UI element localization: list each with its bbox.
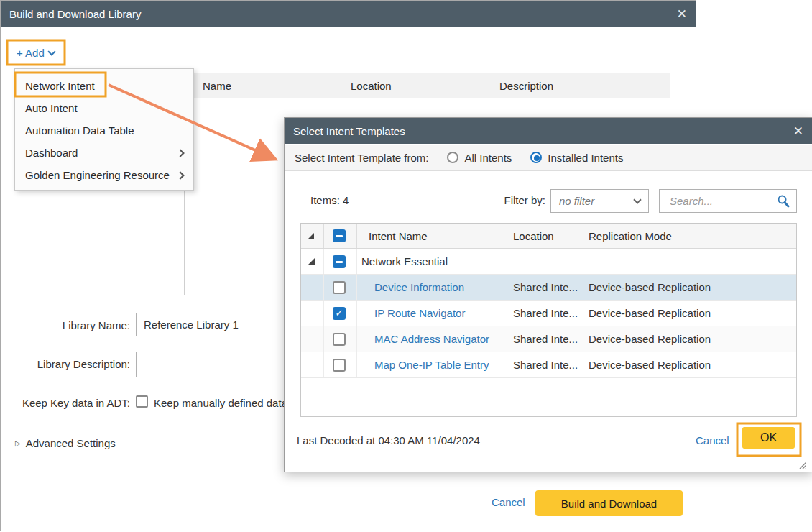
- screen: Build and Download Library ✕ + Add Name …: [0, 0, 812, 532]
- intent-table-header: Intent Name Location Replication Mode: [301, 224, 796, 249]
- column-header-location[interactable]: Location: [507, 224, 581, 248]
- column-header-intent-name[interactable]: Intent Name: [356, 224, 507, 248]
- row-replication-mode: Device-based Replication: [581, 352, 797, 377]
- row-checkbox[interactable]: [333, 333, 346, 346]
- expand-group-icon[interactable]: [308, 258, 315, 265]
- row-location: Shared Inte...: [507, 352, 581, 377]
- add-button[interactable]: + Add: [17, 47, 55, 59]
- table-row[interactable]: ✓ IP Route Navigator Shared Inte... Devi…: [301, 301, 796, 326]
- search-input[interactable]: [668, 194, 776, 208]
- radio-group-label: Select Intent Template from:: [295, 152, 428, 164]
- column-header-location[interactable]: Location: [343, 73, 492, 98]
- main-titlebar: Build and Download Library ✕: [1, 1, 696, 27]
- dialog-cancel-button[interactable]: Cancel: [696, 434, 729, 446]
- intent-link[interactable]: Device Information: [374, 281, 464, 293]
- radio-all-intents-label: All Intents: [464, 152, 512, 164]
- select-intent-templates-dialog: Select Intent Templates ✕ Select Intent …: [284, 117, 812, 472]
- library-name-label: Library Name:: [1, 319, 130, 331]
- select-all-checkbox[interactable]: [333, 229, 346, 242]
- expander-triangle-icon: ▷: [15, 439, 21, 447]
- intent-source-radio-group: Select Intent Template from: All Intents…: [285, 145, 812, 171]
- library-table-header: Name Location Description: [185, 73, 670, 98]
- group-name: Network Essential: [356, 249, 507, 274]
- column-header-replication-mode[interactable]: Replication Mode: [581, 224, 797, 248]
- radio-installed-intents[interactable]: [530, 152, 542, 163]
- intent-link[interactable]: MAC Address Navigator: [374, 333, 489, 345]
- radio-installed-intents-label: Installed Intents: [548, 152, 623, 164]
- row-checkbox[interactable]: [333, 281, 346, 294]
- row-replication-mode: Device-based Replication: [581, 275, 797, 300]
- keep-key-label: Keep Key data in ADT:: [1, 397, 130, 409]
- library-description-label: Library Description:: [1, 358, 130, 370]
- build-and-download-button[interactable]: Build and Download: [535, 490, 683, 516]
- row-location: Shared Inte...: [507, 301, 581, 326]
- search-icon[interactable]: [776, 194, 790, 208]
- last-decoded-status: Last Decoded at 04:30 AM 11/04/2024: [297, 434, 480, 446]
- add-dropdown-menu: Network Intent Auto Intent Automation Da…: [14, 68, 194, 191]
- menu-item-network-intent[interactable]: Network Intent: [15, 75, 193, 97]
- filter-select[interactable]: no filter: [550, 189, 649, 213]
- group-row-network-essential[interactable]: Network Essential: [301, 249, 796, 275]
- filter-selected-value: no filter: [559, 195, 635, 207]
- chevron-down-icon: [47, 47, 55, 55]
- intent-link[interactable]: IP Route Navigator: [374, 307, 465, 319]
- menu-item-auto-intent[interactable]: Auto Intent: [15, 97, 193, 119]
- dialog-title: Select Intent Templates: [293, 125, 793, 137]
- row-replication-mode: Device-based Replication: [581, 301, 797, 326]
- resize-grip[interactable]: [798, 461, 806, 469]
- dialog-close-icon[interactable]: ✕: [793, 125, 803, 137]
- menu-item-golden-engineering-resource[interactable]: Golden Engineering Resource: [15, 164, 193, 186]
- row-checkbox[interactable]: [333, 359, 346, 372]
- library-description-input[interactable]: [136, 352, 308, 377]
- radio-all-intents[interactable]: [447, 152, 458, 163]
- main-cancel-button[interactable]: Cancel: [492, 496, 525, 508]
- search-box: [659, 189, 797, 213]
- column-header-extra: [645, 73, 670, 98]
- row-location: Shared Inte...: [507, 275, 581, 300]
- advanced-settings-toggle[interactable]: ▷ Advanced Settings: [15, 437, 116, 449]
- row-replication-mode: Device-based Replication: [581, 326, 797, 352]
- intent-templates-table: Intent Name Location Replication Mode Ne…: [300, 223, 797, 417]
- keep-key-checkbox-label: Keep manually defined data: [154, 397, 287, 409]
- chevron-down-icon: [633, 196, 641, 203]
- group-checkbox[interactable]: [333, 255, 346, 268]
- filter-by-label: Filter by:: [479, 194, 545, 206]
- ok-button[interactable]: OK: [742, 427, 795, 449]
- row-location: Shared Inte...: [507, 326, 581, 352]
- column-header-description[interactable]: Description: [492, 73, 645, 98]
- keep-key-checkbox[interactable]: [136, 395, 148, 408]
- library-name-input[interactable]: [136, 313, 308, 336]
- table-row[interactable]: Device Information Shared Inte... Device…: [301, 275, 796, 301]
- menu-item-automation-data-table[interactable]: Automation Data Table: [15, 119, 193, 142]
- advanced-settings-label: Advanced Settings: [26, 437, 116, 449]
- row-checkbox[interactable]: ✓: [333, 307, 346, 320]
- main-window-title: Build and Download Library: [9, 8, 677, 20]
- chevron-right-icon: [176, 171, 184, 179]
- main-close-icon[interactable]: ✕: [677, 8, 687, 20]
- dialog-titlebar: Select Intent Templates ✕: [285, 118, 812, 144]
- column-header-name[interactable]: Name: [185, 73, 343, 98]
- intent-link[interactable]: Map One-IP Table Entry: [374, 359, 489, 371]
- table-row[interactable]: MAC Address Navigator Shared Inte... Dev…: [301, 326, 796, 352]
- items-count: Items: 4: [310, 194, 349, 206]
- add-button-label: + Add: [17, 47, 45, 59]
- menu-item-dashboard[interactable]: Dashboard: [15, 142, 193, 164]
- chevron-right-icon: [176, 149, 184, 157]
- table-row[interactable]: Map One-IP Table Entry Shared Inte... De…: [301, 352, 796, 378]
- collapse-all-icon[interactable]: [308, 233, 314, 239]
